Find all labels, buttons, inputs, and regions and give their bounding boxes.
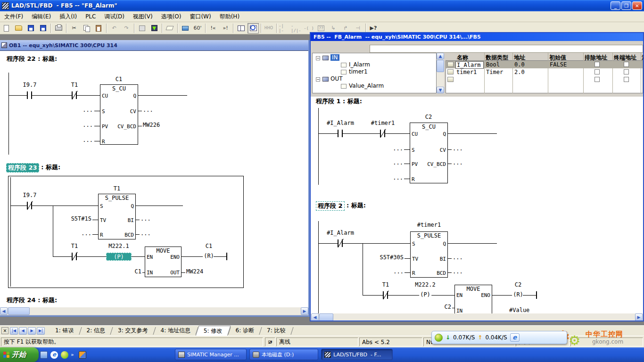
- save-button[interactable]: [37, 23, 49, 33]
- param-placeholder[interactable]: ...: [393, 146, 403, 152]
- contact-nc[interactable]: [72, 253, 77, 260]
- terminal-checkbox[interactable]: [624, 77, 629, 82]
- task-simatic-manager[interactable]: SIMATIC Manager ...: [175, 349, 247, 360]
- operand-label[interactable]: C2: [515, 282, 521, 288]
- declaration-tree[interactable]: − IN I_Alarm timer1 − OUT Value_Alarm: [312, 53, 437, 93]
- close-message-pane-button[interactable]: ×: [1, 327, 8, 334]
- tab-info[interactable]: 2: 信息: [81, 326, 112, 336]
- move-block[interactable]: MOVE EN ENO IN: [454, 285, 492, 313]
- contact-nc[interactable]: [72, 91, 77, 99]
- param-placeholder[interactable]: ...: [453, 255, 463, 261]
- minimize-button[interactable]: _: [611, 1, 620, 10]
- menu-insert[interactable]: 插入(I): [55, 11, 81, 22]
- operand-label[interactable]: #timer1: [371, 120, 395, 126]
- param-placeholder[interactable]: ...: [140, 230, 151, 237]
- block-name[interactable]: C2: [425, 114, 432, 120]
- contact-nc[interactable]: [27, 202, 32, 209]
- call-structure-button[interactable]: [136, 23, 148, 33]
- ob1-titlebar[interactable]: OB1 -- equ_xyh\SIMATIC 300\CPU 314: [0, 40, 308, 50]
- network-1-header[interactable]: 程序段 1 : 标题:: [316, 97, 362, 106]
- open-button[interactable]: [13, 23, 24, 33]
- quicklaunch-media-icon[interactable]: [61, 351, 68, 359]
- network-23-header[interactable]: 程序段 23 : 标题:: [6, 163, 60, 173]
- timer-block-spulse[interactable]: S_PULSE S Q TV BI R BCD: [410, 231, 448, 278]
- scroll-down-button[interactable]: ▼: [437, 87, 444, 93]
- operand-label[interactable]: I9.7: [23, 82, 37, 88]
- prev-error-button[interactable]: !«: [207, 23, 219, 33]
- reset-coil[interactable]: (R): [512, 292, 524, 298]
- scroll-up-button[interactable]: ▲: [437, 53, 444, 59]
- prev-tab-button[interactable]: ◀: [19, 327, 27, 335]
- operand-label[interactable]: M222.2: [415, 282, 435, 288]
- print-button[interactable]: [53, 23, 64, 33]
- contact-no[interactable]: [27, 91, 32, 99]
- cut-button[interactable]: ✂: [68, 23, 80, 33]
- cell-address[interactable]: 2.0: [514, 69, 525, 75]
- connect-online-button[interactable]: [180, 23, 191, 33]
- param-placeholder[interactable]: ...: [140, 216, 151, 222]
- tree-item-out[interactable]: OUT: [330, 75, 343, 82]
- network-2-header[interactable]: 程序段 2 : 标题:: [316, 201, 366, 211]
- download-button[interactable]: ▼: [149, 23, 160, 33]
- paste-button[interactable]: [93, 23, 104, 33]
- timer-block-spulse[interactable]: S_PULSE S Q TV BI R BCD: [98, 194, 136, 239]
- ie-icon[interactable]: e: [510, 333, 520, 342]
- move-block[interactable]: MOVE EN ENO IN OUT: [145, 247, 182, 277]
- quicklaunch-ie-icon[interactable]: e: [50, 351, 58, 359]
- tab-diagnostics[interactable]: 6: 诊断: [230, 326, 261, 336]
- operand-label[interactable]: S5T#30S: [380, 255, 404, 261]
- contact-nc[interactable]: [380, 130, 385, 137]
- scroll-right-button[interactable]: ▶: [301, 307, 308, 315]
- operand-label[interactable]: M222.1: [108, 243, 129, 249]
- ob1-hscrollbar[interactable]: ◀ ▶: [0, 307, 308, 315]
- terminal-checkbox[interactable]: [624, 62, 629, 67]
- cell-name[interactable]: timer1: [456, 69, 477, 75]
- menu-file[interactable]: 文件(F): [0, 11, 27, 22]
- tree-item-ialarm[interactable]: I_Alarm: [349, 61, 370, 68]
- exclude-checkbox[interactable]: [594, 69, 600, 74]
- next-error-button[interactable]: »!: [220, 23, 231, 33]
- overview-button[interactable]: [248, 23, 259, 33]
- param-placeholder[interactable]: ...: [83, 107, 93, 113]
- menu-options[interactable]: 选项(O): [157, 11, 186, 22]
- monitor-button[interactable]: 60': [192, 23, 203, 33]
- tab-cross-reference[interactable]: 3: 交叉参考: [112, 326, 154, 336]
- block-name[interactable]: #timer1: [417, 222, 441, 228]
- cell-name[interactable]: I_Alarm: [455, 61, 484, 69]
- scroll-thumb[interactable]: [8, 307, 30, 315]
- terminal-checkbox[interactable]: [624, 69, 629, 74]
- block-name[interactable]: T1: [114, 186, 120, 192]
- tab-modify[interactable]: 5: 修改: [195, 326, 231, 336]
- counter-block-scu[interactable]: S_CU CU Q S CV PV CV_BCD R: [100, 84, 138, 145]
- reset-coil[interactable]: (R): [203, 253, 215, 259]
- positive-edge-selected[interactable]: (P): [106, 253, 132, 261]
- start-button[interactable]: 开始: [0, 347, 39, 362]
- clear-button[interactable]: [164, 23, 175, 33]
- scroll-left-button[interactable]: ◀: [311, 313, 319, 321]
- copy-button[interactable]: [81, 23, 92, 33]
- param-placeholder[interactable]: ...: [81, 230, 91, 237]
- exclude-checkbox[interactable]: [594, 62, 600, 67]
- quicklaunch-desktop-icon[interactable]: [40, 351, 48, 359]
- tree-vscrollbar[interactable]: ▲ ▼: [437, 53, 444, 93]
- operand-label[interactable]: T1: [71, 243, 78, 249]
- menu-debug[interactable]: 调试(D): [100, 11, 129, 22]
- operand-label[interactable]: S5T#1S: [71, 216, 91, 222]
- fb5-titlebar[interactable]: FB5 -- FB_Alarm -- equ_xyh\SIMATIC 300\C…: [311, 33, 643, 41]
- param-placeholder[interactable]: ...: [453, 269, 463, 275]
- operand-label[interactable]: I9.7: [23, 192, 37, 198]
- quicklaunch-app-icon[interactable]: [79, 351, 86, 359]
- operand-label[interactable]: T1: [382, 282, 389, 288]
- symbol-info-button[interactable]: HHO: [263, 23, 274, 33]
- operand-label[interactable]: #I_Alarm: [327, 230, 354, 236]
- first-tab-button[interactable]: |◀: [10, 327, 18, 335]
- operand-label[interactable]: C2: [445, 304, 451, 310]
- scroll-right-button[interactable]: ▶: [635, 313, 643, 321]
- save-network-button[interactable]: [25, 23, 36, 33]
- fb5-editor-canvas[interactable]: 程序段 1 : 标题: #I_Alarm #timer1 C2 S_CU CU …: [311, 97, 643, 313]
- splitter[interactable]: [311, 93, 643, 97]
- positive-edge[interactable]: (P): [419, 292, 431, 298]
- operand-label[interactable]: C1: [135, 269, 141, 275]
- contact-no[interactable]: [338, 130, 343, 137]
- scroll-thumb[interactable]: [437, 60, 444, 72]
